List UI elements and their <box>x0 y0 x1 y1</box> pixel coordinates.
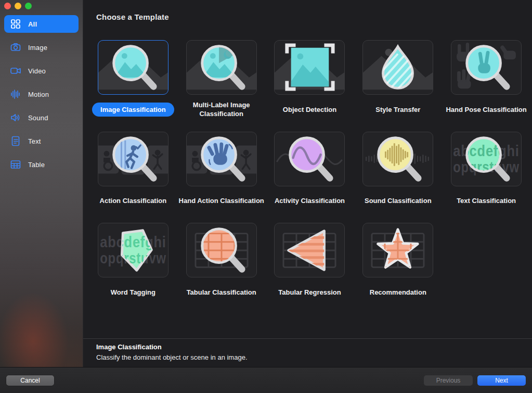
sidebar-nav: AllImageVideoMotionSoundTextTable <box>0 15 83 179</box>
template-label-tabular-classification: Tabular Classification <box>187 288 256 297</box>
template-card-word-tagging[interactable]: abcdefghiopqrstuvw abcdefghiopqrstuvw <box>98 223 168 277</box>
video-camera-icon <box>9 65 22 77</box>
sidebar-item-label: Text <box>28 137 41 145</box>
template-cell: Sound Classification <box>354 132 442 223</box>
close-button[interactable] <box>4 3 11 9</box>
sidebar-item-all[interactable]: All <box>4 15 79 33</box>
cancel-button[interactable]: Cancel <box>6 375 54 386</box>
template-label-activity-classification: Activity Classification <box>275 196 345 205</box>
template-cell: Activity Classification <box>266 132 354 223</box>
template-card-image-classification[interactable] <box>98 40 168 95</box>
action-classification-icon <box>98 132 168 186</box>
template-card-action-classification[interactable] <box>98 132 168 186</box>
hand-pose-icon <box>451 41 521 94</box>
grid-icon <box>9 18 22 30</box>
template-cell: Image Classification <box>89 40 177 132</box>
tabular-regression-icon <box>275 223 344 277</box>
sidebar-item-table[interactable]: Table <box>4 156 79 173</box>
table-icon <box>9 159 22 170</box>
minimize-button[interactable] <box>15 3 21 9</box>
speaker-icon <box>9 112 22 123</box>
style-transfer-icon <box>363 41 433 94</box>
zoom-button[interactable] <box>25 3 32 9</box>
object-detection-icon <box>275 41 344 94</box>
template-label-word-tagging: Word Tagging <box>111 288 155 297</box>
page-title: Choose a Template <box>96 12 169 21</box>
sidebar-item-image[interactable]: Image <box>4 39 79 56</box>
template-cell: Hand Pose Classification <box>442 40 530 132</box>
template-label-action-classification: Action Classification <box>100 196 167 205</box>
camera-icon <box>9 42 22 53</box>
sidebar-item-label: All <box>28 20 37 28</box>
template-grid: Image Classification Multi-Label Image C… <box>89 40 530 314</box>
template-cell: Tabular Regression <box>266 223 354 314</box>
description-text: Classify the dominant object or scene in… <box>96 353 532 361</box>
recommendation-icon <box>363 223 433 277</box>
tabular-classification-icon <box>187 223 256 277</box>
sidebar-item-label: Table <box>28 161 45 169</box>
image-classification-icon <box>98 41 168 94</box>
text-classification-icon: abcdefghiopqrstuvw abcdefghiopqrstuvw <box>451 132 521 186</box>
template-cell: Recommendation <box>354 223 442 314</box>
footer-bar: Cancel Previous Next <box>0 367 532 393</box>
template-label-sound-classification: Sound Classification <box>365 196 432 205</box>
template-card-hand-action-classification[interactable] <box>186 132 257 186</box>
sidebar-item-label: Sound <box>28 114 48 122</box>
template-card-style-transfer[interactable] <box>362 40 433 95</box>
waveform-icon <box>9 88 22 100</box>
sidebar-item-motion[interactable]: Motion <box>4 85 79 103</box>
sidebar-item-video[interactable]: Video <box>4 62 79 80</box>
template-label-multi-label-image-classification: Multi-Label Image Classification <box>176 100 267 118</box>
sidebar-item-text[interactable]: Text <box>4 132 79 150</box>
template-label-image-classification: Image Classification <box>92 103 174 117</box>
template-cell: Multi-Label Image Classification <box>177 40 266 132</box>
template-label-tabular-regression: Tabular Regression <box>278 288 341 297</box>
description-title: Image Classification <box>96 343 532 351</box>
template-card-recommendation[interactable] <box>362 223 433 277</box>
sidebar-item-sound[interactable]: Sound <box>4 109 79 126</box>
description-panel: Image Classification Classify the domina… <box>83 338 532 367</box>
sound-classification-icon <box>363 132 433 186</box>
activity-classification-icon <box>275 132 344 186</box>
template-cell: Tabular Classification <box>177 223 266 314</box>
previous-button[interactable]: Previous <box>424 375 473 386</box>
create-ml-template-chooser-window: AllImageVideoMotionSoundTextTable Choose… <box>0 0 532 393</box>
template-card-activity-classification[interactable] <box>274 132 345 186</box>
template-cell: Object Detection <box>266 40 354 132</box>
template-card-object-detection[interactable] <box>274 40 345 95</box>
template-label-object-detection: Object Detection <box>283 105 336 114</box>
template-card-tabular-classification[interactable] <box>186 223 257 277</box>
template-label-recommendation: Recommendation <box>370 288 426 297</box>
template-cell: abcdefghiopqrstuvw abcdefghiopqrstuvw Te… <box>442 132 530 223</box>
template-card-tabular-regression[interactable] <box>274 223 345 277</box>
sidebar-item-label: Video <box>28 67 46 75</box>
template-label-style-transfer: Style Transfer <box>375 105 420 114</box>
multi-label-image-icon <box>187 41 256 94</box>
template-card-text-classification[interactable]: abcdefghiopqrstuvw abcdefghiopqrstuvw <box>451 132 522 186</box>
sidebar-item-label: Image <box>28 44 47 52</box>
template-label-text-classification: Text Classification <box>457 196 516 205</box>
hand-action-icon <box>187 132 256 186</box>
template-cell: Style Transfer <box>354 40 442 132</box>
template-cell: Action Classification <box>89 132 177 223</box>
template-cell: abcdefghiopqrstuvw abcdefghiopqrstuvw Wo… <box>89 223 177 314</box>
main-content: Choose a Template Image Classification M… <box>83 0 532 367</box>
sidebar: AllImageVideoMotionSoundTextTable <box>0 0 83 367</box>
document-icon <box>9 135 22 147</box>
template-card-hand-pose-classification[interactable] <box>451 40 522 95</box>
next-button[interactable]: Next <box>477 375 526 386</box>
traffic-lights <box>4 3 32 9</box>
template-card-multi-label-image-classification[interactable] <box>186 40 257 95</box>
sidebar-item-label: Motion <box>28 91 49 98</box>
template-card-sound-classification[interactable] <box>362 132 433 186</box>
template-label-hand-action-classification: Hand Action Classification <box>179 196 264 205</box>
word-tagging-icon: abcdefghiopqrstuvw abcdefghiopqrstuvw <box>98 223 168 277</box>
template-cell: Hand Action Classification <box>177 132 266 223</box>
template-label-hand-pose-classification: Hand Pose Classification <box>446 105 526 114</box>
